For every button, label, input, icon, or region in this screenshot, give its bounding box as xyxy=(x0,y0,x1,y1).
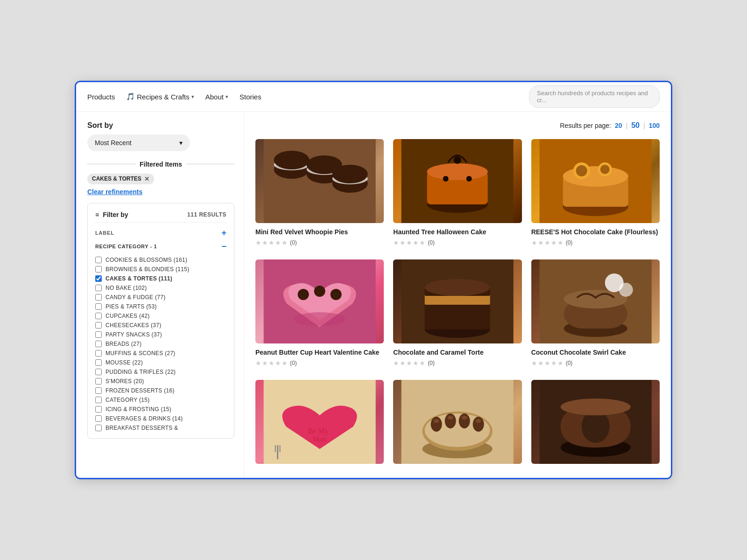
category-checkbox[interactable] xyxy=(95,397,102,403)
category-checkbox[interactable] xyxy=(95,378,102,385)
category-checkbox[interactable] xyxy=(95,359,102,366)
category-checkbox[interactable] xyxy=(95,425,102,431)
sort-value: Most Recent xyxy=(95,139,132,147)
rpp-20[interactable]: 20 xyxy=(615,122,622,129)
browser-frame: Products 🎵 Recipes & Crafts ▾ About ▾ St… xyxy=(75,81,672,479)
category-item[interactable]: NO BAKE (102) xyxy=(95,283,226,293)
divider-left xyxy=(87,164,136,164)
category-item[interactable]: BEVERAGES & DRINKS (14) xyxy=(95,414,226,423)
chevron-down-icon: ▾ xyxy=(179,139,183,147)
svg-point-56 xyxy=(459,413,470,428)
product-card[interactable]: REESE'S Hot Chocolate Cake (Flourless)★★… xyxy=(531,139,660,246)
product-card[interactable]: Mini Red Velvet Whoopie Pies★★★★★(0) xyxy=(255,139,384,246)
product-card[interactable]: Coconut Chocolate Swirl Cake★★★★★(0) xyxy=(531,259,660,367)
nav-icon-recipes: 🎵 xyxy=(126,92,135,101)
product-image xyxy=(531,259,660,343)
product-image-svg: Be My Mum xyxy=(255,380,384,464)
category-checkbox[interactable] xyxy=(95,285,102,291)
category-checkbox[interactable] xyxy=(95,369,102,375)
nav-label-recipes: Recipes & Crafts xyxy=(137,93,190,101)
category-checkbox[interactable] xyxy=(95,322,102,329)
category-checkbox[interactable] xyxy=(95,303,102,310)
category-item[interactable]: S'MORES (20) xyxy=(95,377,226,386)
product-rating: ★★★★★(0) xyxy=(531,239,660,246)
category-item[interactable]: FROZEN DESSERTS (16) xyxy=(95,386,226,395)
nav-label-stories: Stories xyxy=(240,93,261,101)
product-name: Mini Red Velvet Whoopie Pies xyxy=(255,228,384,236)
category-checkbox[interactable] xyxy=(95,294,102,301)
rpp-100[interactable]: 100 xyxy=(649,122,660,129)
category-item[interactable]: CATEGORY (15) xyxy=(95,395,226,405)
category-checkbox[interactable] xyxy=(95,387,102,394)
nav-item-about[interactable]: About ▾ xyxy=(205,93,228,101)
filter-header: ≡ Filter by 111 RESULTS xyxy=(95,211,226,223)
category-item[interactable]: CUPCAKES (42) xyxy=(95,311,226,321)
nav-item-products[interactable]: Products xyxy=(87,93,115,101)
category-checkbox[interactable] xyxy=(95,266,102,273)
product-card[interactable] xyxy=(531,380,660,469)
product-name: REESE'S Hot Chocolate Cake (Flourless) xyxy=(531,228,660,236)
category-item[interactable]: ICING & FROSTING (15) xyxy=(95,405,226,414)
product-rating: ★★★★★(0) xyxy=(393,239,521,246)
label-section-title: LABEL xyxy=(95,230,114,236)
remove-filter-icon[interactable]: ✕ xyxy=(144,175,149,182)
product-card[interactable]: Peanut Butter Cup Heart Valentine Cake★★… xyxy=(255,259,384,367)
product-card[interactable] xyxy=(393,380,521,469)
product-card[interactable]: Chocolate and Caramel Torte★★★★★(0) xyxy=(393,259,521,367)
product-image xyxy=(393,259,521,343)
svg-rect-32 xyxy=(425,304,490,329)
category-checkbox[interactable] xyxy=(95,341,102,347)
category-checkbox[interactable] xyxy=(95,313,102,319)
category-checkbox[interactable] xyxy=(95,350,102,357)
category-item[interactable]: PUDDING & TRIFLES (22) xyxy=(95,367,226,377)
category-label: NO BAKE (102) xyxy=(106,285,147,291)
active-filter-tag: CAKES & TORTES ✕ xyxy=(87,174,234,188)
svg-point-14 xyxy=(454,156,461,164)
product-image-svg xyxy=(393,380,521,464)
product-name: Coconut Chocolate Swirl Cake xyxy=(531,348,660,357)
svg-point-29 xyxy=(331,289,342,300)
product-card[interactable]: Haunted Tree Halloween Cake★★★★★(0) xyxy=(393,139,521,246)
category-label: CAKES & TORTES (111) xyxy=(106,275,172,282)
nav-item-recipes[interactable]: 🎵 Recipes & Crafts ▾ xyxy=(126,92,194,101)
category-item[interactable]: CANDY & FUDGE (77) xyxy=(95,293,226,302)
product-image xyxy=(255,259,384,343)
category-checkbox[interactable] xyxy=(95,275,102,282)
category-checkbox[interactable] xyxy=(95,406,102,413)
category-checkbox[interactable] xyxy=(95,331,102,338)
svg-point-39 xyxy=(564,290,627,308)
nav-item-stories[interactable]: Stories xyxy=(240,93,261,101)
category-label: BREADS (27) xyxy=(106,341,141,347)
sort-select[interactable]: Most Recent ▾ xyxy=(87,134,190,151)
recipe-category-collapse-icon[interactable]: − xyxy=(221,242,226,252)
category-checkbox[interactable] xyxy=(95,415,102,422)
category-item[interactable]: MOUSSE (22) xyxy=(95,358,226,367)
category-item[interactable]: BREADS (27) xyxy=(95,339,226,349)
svg-point-58 xyxy=(473,417,484,432)
category-item[interactable]: BREAKFAST DESSERTS & xyxy=(95,423,226,433)
product-rating: ★★★★★(0) xyxy=(255,239,384,246)
product-card[interactable]: Be My Mum xyxy=(255,380,384,469)
category-item[interactable]: CHEESECAKES (37) xyxy=(95,321,226,330)
product-name: Haunted Tree Halloween Cake xyxy=(393,228,521,236)
search-input[interactable]: Search hundreds of products recipes and … xyxy=(529,85,660,108)
svg-point-41 xyxy=(619,283,633,297)
label-expand-icon[interactable]: + xyxy=(221,228,226,238)
svg-point-26 xyxy=(294,312,345,326)
divider-right xyxy=(186,164,234,164)
category-item[interactable]: COOKIES & BLOSSOMS (161) xyxy=(95,255,226,265)
nav-label-products: Products xyxy=(87,93,115,101)
rpp-divider-1: | xyxy=(626,122,628,129)
svg-point-9 xyxy=(332,165,368,183)
category-item[interactable]: PARTY SNACKS (37) xyxy=(95,330,226,339)
category-item[interactable]: CAKES & TORTES (111) xyxy=(95,274,226,283)
category-item[interactable]: PIES & TARTS (53) xyxy=(95,302,226,311)
results-area: Results per page: 20 | 50 | 100 Mini Red… xyxy=(244,112,671,478)
svg-point-15 xyxy=(443,176,449,182)
category-label: ICING & FROSTING (15) xyxy=(106,406,171,413)
category-item[interactable]: MUFFINS & SCONES (27) xyxy=(95,349,226,358)
category-checkbox[interactable] xyxy=(95,257,102,263)
rpp-50[interactable]: 50 xyxy=(631,121,640,130)
category-item[interactable]: BROWNIES & BLONDIES (115) xyxy=(95,265,226,274)
clear-refinements-link[interactable]: Clear refinements xyxy=(87,188,234,196)
